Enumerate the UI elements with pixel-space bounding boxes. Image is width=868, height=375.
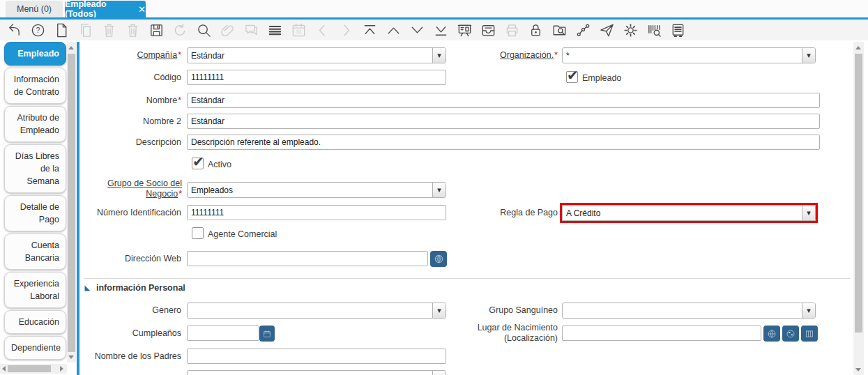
- location-url-button[interactable]: [763, 326, 780, 342]
- nombre-padres-input[interactable]: [187, 349, 446, 364]
- section-personal-title: información Personal: [96, 283, 185, 293]
- grid-toggle-icon[interactable]: [266, 22, 283, 38]
- location-detail-button[interactable]: [801, 326, 818, 342]
- agente-comercial-checkbox[interactable]: [192, 227, 204, 239]
- parent-record-icon: [314, 22, 330, 38]
- sidebar-scrollbar-thumb[interactable]: [68, 54, 75, 352]
- svg-text:?: ?: [36, 26, 40, 34]
- direccion-web-input[interactable]: [187, 251, 428, 266]
- archive-icon[interactable]: [480, 22, 496, 38]
- regla-pago-input[interactable]: [563, 206, 802, 220]
- scroll-up-icon[interactable]: [68, 46, 74, 49]
- grupo-socio-label: Grupo de Socio del Negocio*: [80, 178, 182, 199]
- grupo-sanguineo-label: Grupo Sanguíneo: [429, 305, 558, 316]
- agente-comercial-checkbox-label: Agente Comercial: [208, 229, 277, 239]
- sidebar-tab-días-libres-de-la-semana[interactable]: Días Libres de la Semana: [4, 144, 66, 193]
- sidebar-tab-información-de-contrato[interactable]: Información de Contrato: [4, 68, 66, 104]
- nombre2-input[interactable]: [187, 114, 820, 129]
- close-icon[interactable]: ✕: [138, 5, 146, 14]
- tab-empleado-todos[interactable]: Empleado (Todos) ✕: [65, 1, 146, 17]
- genero-combobox: [187, 303, 446, 319]
- activo-checkbox[interactable]: [192, 158, 204, 169]
- preferences-icon[interactable]: [622, 22, 639, 38]
- calendar-icon: [262, 329, 272, 339]
- partial-combobox: [187, 370, 446, 375]
- zoom-across-icon[interactable]: [551, 22, 568, 38]
- new-record-icon[interactable]: [53, 22, 70, 38]
- calendar-icon: 31: [290, 22, 307, 38]
- cumpleanos-input[interactable]: [187, 326, 259, 341]
- sidebar-horizontal-scrollbar[interactable]: [0, 364, 67, 374]
- open-url-button[interactable]: [430, 251, 447, 267]
- section-divider: [84, 278, 851, 279]
- grupo-socio-input[interactable]: [188, 183, 432, 197]
- numero-identificacion-label: Número Identificación: [80, 208, 181, 218]
- nombre-input[interactable]: [187, 93, 820, 108]
- calendar-button[interactable]: [259, 326, 275, 342]
- sidebar-vertical-scrollbar[interactable]: [67, 42, 76, 362]
- scroll-left-icon[interactable]: [2, 366, 6, 372]
- save-icon[interactable]: [148, 22, 165, 38]
- product-info-icon[interactable]: [646, 22, 662, 38]
- nombre2-label: Nombre 2: [80, 116, 181, 127]
- sidebar-tab-educación[interactable]: Educación: [4, 310, 66, 334]
- compania-input[interactable]: [188, 48, 432, 63]
- sidebar-tab-atributo-de-empleado[interactable]: Atributo de Empleado: [4, 106, 66, 142]
- tab-empleado-label: Empleado (Todos): [65, 0, 133, 19]
- regla-pago-highlight-box: [560, 203, 818, 223]
- report-icon[interactable]: [456, 22, 473, 38]
- scroll-up-icon[interactable]: [855, 46, 861, 49]
- sidebar-tab-dependiente[interactable]: Dependiente: [4, 336, 66, 360]
- last-record-icon[interactable]: [432, 22, 449, 38]
- sidebar-hscrollbar-thumb[interactable]: [8, 365, 51, 372]
- tab-menu[interactable]: Menú (0): [6, 1, 63, 17]
- chevron-down-icon[interactable]: [432, 183, 446, 197]
- earth-icon: [786, 329, 795, 339]
- copy-record-icon: [77, 22, 93, 38]
- numero-identificacion-input[interactable]: [187, 205, 446, 220]
- partial-input[interactable]: [188, 371, 432, 375]
- chevron-down-icon[interactable]: [802, 48, 815, 63]
- tab-menu-label: Menú (0): [17, 4, 52, 14]
- activo-checkbox-label: Activo: [208, 160, 231, 169]
- descripcion-input[interactable]: [187, 135, 820, 150]
- next-record-icon[interactable]: [409, 22, 425, 38]
- grupo-sanguineo-input[interactable]: [563, 303, 802, 318]
- undo-icon[interactable]: [6, 22, 22, 38]
- collapse-triangle-icon[interactable]: [84, 284, 91, 292]
- sidebar-tab-empleado[interactable]: Empleado: [4, 42, 66, 66]
- employee-form: Compañía* Organización.* Código Empleado…: [80, 40, 853, 375]
- sidebar-tab-experiencia-laboral[interactable]: Experiencia Laboral: [4, 272, 66, 308]
- location-map-button[interactable]: [782, 326, 799, 342]
- sidebar-tab-cuenta-bancaria[interactable]: Cuenta Bancaria: [4, 234, 66, 270]
- form-scrollbar-thumb[interactable]: [855, 54, 862, 332]
- previous-record-icon[interactable]: [385, 22, 402, 38]
- private-record-lock-icon[interactable]: [527, 22, 544, 38]
- scroll-down-icon[interactable]: [855, 368, 861, 372]
- empleado-checkbox[interactable]: [566, 71, 578, 83]
- find-icon[interactable]: [195, 22, 212, 38]
- cumpleanos-label: Cumpleaños: [80, 328, 181, 339]
- chevron-down-icon[interactable]: [802, 206, 815, 220]
- scroll-down-icon[interactable]: [68, 355, 74, 359]
- genero-input[interactable]: [188, 303, 432, 318]
- sidebar-tab-detalle-de-pago[interactable]: Detalle de Pago: [4, 195, 66, 231]
- empleado-checkbox-label: Empleado: [582, 73, 621, 83]
- organizacion-input[interactable]: [563, 48, 802, 63]
- print-preview-icon[interactable]: [669, 22, 686, 38]
- help-icon[interactable]: ?: [29, 22, 46, 38]
- organizacion-combobox: [562, 47, 816, 63]
- compania-combobox: [187, 47, 446, 63]
- codigo-input[interactable]: [187, 70, 446, 85]
- regla-pago-combobox: [562, 205, 816, 221]
- chevron-down-icon[interactable]: [432, 371, 446, 375]
- chevron-down-icon[interactable]: [802, 303, 815, 318]
- attachment-icon: [219, 22, 236, 38]
- nombre-padres-label: Nombre de los Padres: [80, 351, 181, 362]
- first-record-icon[interactable]: [361, 22, 378, 38]
- form-vertical-scrollbar[interactable]: [853, 42, 864, 375]
- requests-icon[interactable]: [598, 22, 615, 38]
- active-workflows-icon[interactable]: [574, 22, 591, 38]
- scroll-right-icon[interactable]: [60, 366, 63, 372]
- lugar-nacimiento-input[interactable]: [562, 326, 761, 341]
